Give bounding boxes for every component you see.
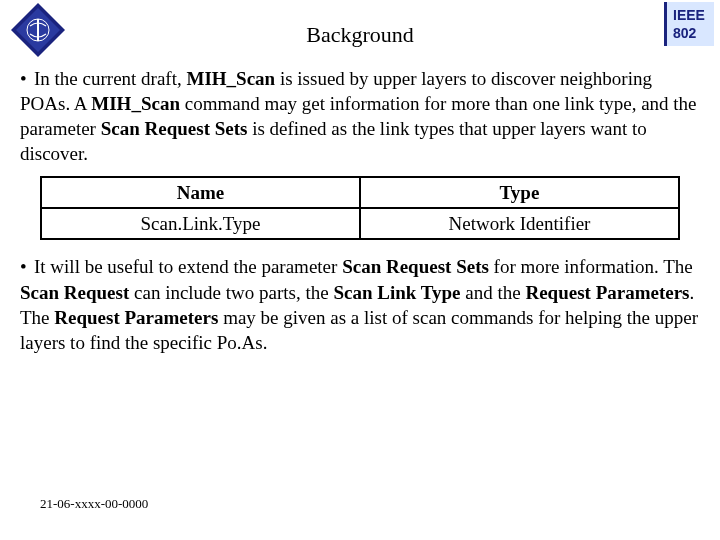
- parameter-table: Name Type Scan.Link.Type Network Identif…: [40, 176, 680, 240]
- bullet-1: •In the current draft, MIH_Scan is issue…: [20, 66, 700, 166]
- b1-bold2: MIH_Scan: [91, 93, 180, 114]
- b2-bold4: Request Parameters: [525, 282, 689, 303]
- table-header-type: Type: [360, 177, 679, 208]
- b1-bold3: Scan Request Sets: [101, 118, 248, 139]
- b1-bold1: MIH_Scan: [186, 68, 275, 89]
- slide-content: •In the current draft, MIH_Scan is issue…: [0, 62, 720, 355]
- b2-bold5: Request Parameters: [54, 307, 218, 328]
- b2-mid3: and the: [461, 282, 526, 303]
- bullet-dot-icon: •: [20, 254, 34, 279]
- b2-bold3: Scan Link Type: [333, 282, 460, 303]
- b2-pre: It will be useful to extend the paramete…: [34, 256, 342, 277]
- table-cell-type: Network Identifier: [360, 208, 679, 239]
- badge-line1: IEEE: [673, 6, 710, 24]
- b2-mid2: can include two parts, the: [129, 282, 333, 303]
- b1-pre: In the current draft,: [34, 68, 186, 89]
- slide-header: Background IEEE 802: [0, 0, 720, 62]
- table-row: Scan.Link.Type Network Identifier: [41, 208, 679, 239]
- b2-mid1: for more information. The: [489, 256, 693, 277]
- slide-footer: 21-06-xxxx-00-0000: [40, 496, 148, 512]
- badge-line2: 802: [673, 24, 710, 42]
- b2-bold1: Scan Request Sets: [342, 256, 489, 277]
- page-title: Background: [0, 22, 720, 48]
- b2-bold2: Scan Request: [20, 282, 129, 303]
- bullet-2: •It will be useful to extend the paramet…: [20, 254, 700, 354]
- table-cell-name: Scan.Link.Type: [41, 208, 360, 239]
- table-header-name: Name: [41, 177, 360, 208]
- table-header-row: Name Type: [41, 177, 679, 208]
- ieee-802-badge: IEEE 802: [664, 2, 714, 46]
- bullet-dot-icon: •: [20, 66, 34, 91]
